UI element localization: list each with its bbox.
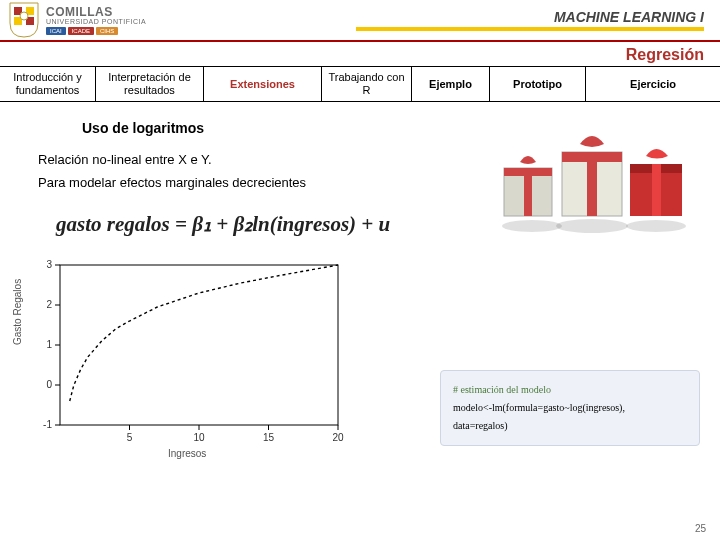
svg-point-29 <box>502 220 562 232</box>
tab-intro[interactable]: Introducción y fundamentos <box>0 67 96 101</box>
title-bar: MACHINE LEARNING I <box>146 9 720 31</box>
chart: -101235101520 Gasto Regalos Ingresos <box>18 255 348 455</box>
pill-icade: ICADE <box>68 27 94 35</box>
tab-ejemplo[interactable]: Ejemplo <box>412 67 490 101</box>
brand-main: COMILLAS <box>46 6 146 18</box>
brand-sub: UNIVERSIDAD PONTIFICIA <box>46 18 146 25</box>
formula-text: gasto regalos = β₁ + β₂ln(ingresos) + u <box>56 212 390 236</box>
subbrands: ICAI ICADE CIHS <box>46 27 146 35</box>
tab-interpretacion[interactable]: Interpretación de resultados <box>96 67 204 101</box>
svg-point-30 <box>556 219 628 233</box>
code-line-2: data=regalos) <box>453 417 687 435</box>
page-number: 25 <box>695 523 706 534</box>
svg-text:0: 0 <box>46 379 52 390</box>
svg-rect-1 <box>60 265 338 425</box>
accent-line <box>356 27 704 31</box>
course-title: MACHINE LEARNING I <box>146 9 704 25</box>
svg-text:2: 2 <box>46 299 52 310</box>
svg-text:5: 5 <box>127 432 133 443</box>
svg-point-0 <box>20 12 28 20</box>
pill-icai: ICAI <box>46 27 66 35</box>
svg-text:1: 1 <box>46 339 52 350</box>
tab-ejercicio[interactable]: Ejercicio <box>586 67 720 101</box>
svg-text:10: 10 <box>193 432 205 443</box>
header: COMILLAS UNIVERSIDAD PONTIFICIA ICAI ICA… <box>0 0 720 42</box>
chart-svg: -101235101520 <box>18 255 348 455</box>
code-line-1: modelo<-lm(formula=gasto~log(ingresos), <box>453 399 687 417</box>
svg-text:3: 3 <box>46 259 52 270</box>
code-box: # estimación del modelo modelo<-lm(formu… <box>440 370 700 446</box>
ylabel: Gasto Regalos <box>12 279 23 345</box>
gifts-illustration <box>492 108 692 238</box>
pill-cihs: CIHS <box>96 27 118 35</box>
code-comment: # estimación del modelo <box>453 381 687 399</box>
shield-icon <box>8 1 40 39</box>
svg-point-31 <box>626 220 686 232</box>
svg-text:15: 15 <box>263 432 275 443</box>
tab-trabajando-r[interactable]: Trabajando con R <box>322 67 412 101</box>
svg-text:20: 20 <box>332 432 344 443</box>
xlabel: Ingresos <box>168 448 206 459</box>
svg-rect-28 <box>652 164 661 216</box>
tab-extensiones[interactable]: Extensiones <box>204 67 322 101</box>
logo-area: COMILLAS UNIVERSIDAD PONTIFICIA ICAI ICA… <box>0 1 146 39</box>
svg-text:-1: -1 <box>43 419 52 430</box>
section-title: Regresión <box>0 42 720 66</box>
svg-rect-22 <box>524 168 532 216</box>
tab-prototipo[interactable]: Prototipo <box>490 67 586 101</box>
brand-text: COMILLAS UNIVERSIDAD PONTIFICIA ICAI ICA… <box>46 6 146 35</box>
svg-rect-25 <box>587 152 597 216</box>
tabs: Introducción y fundamentos Interpretació… <box>0 66 720 102</box>
